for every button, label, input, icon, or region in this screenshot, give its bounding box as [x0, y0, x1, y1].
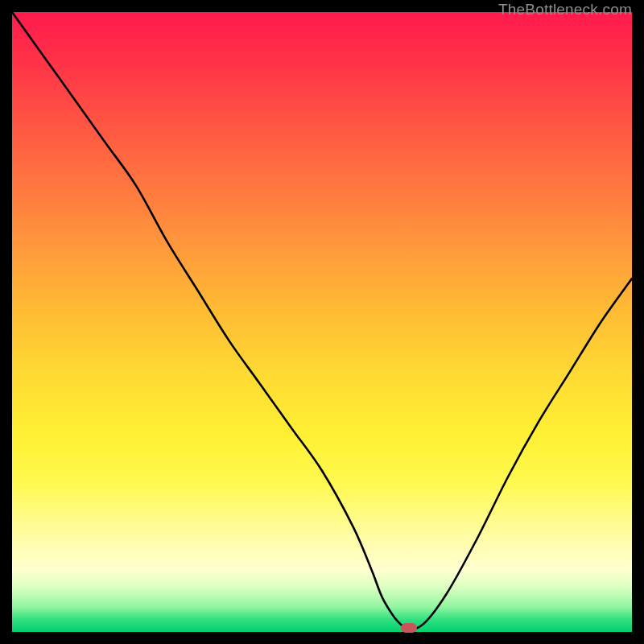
watermark-text: TheBottleneck.com: [498, 1, 632, 19]
plot-area: [12, 12, 632, 632]
bottleneck-curve: [12, 12, 632, 632]
chart-container: TheBottleneck.com: [0, 0, 644, 644]
marker-point: [401, 623, 417, 633]
